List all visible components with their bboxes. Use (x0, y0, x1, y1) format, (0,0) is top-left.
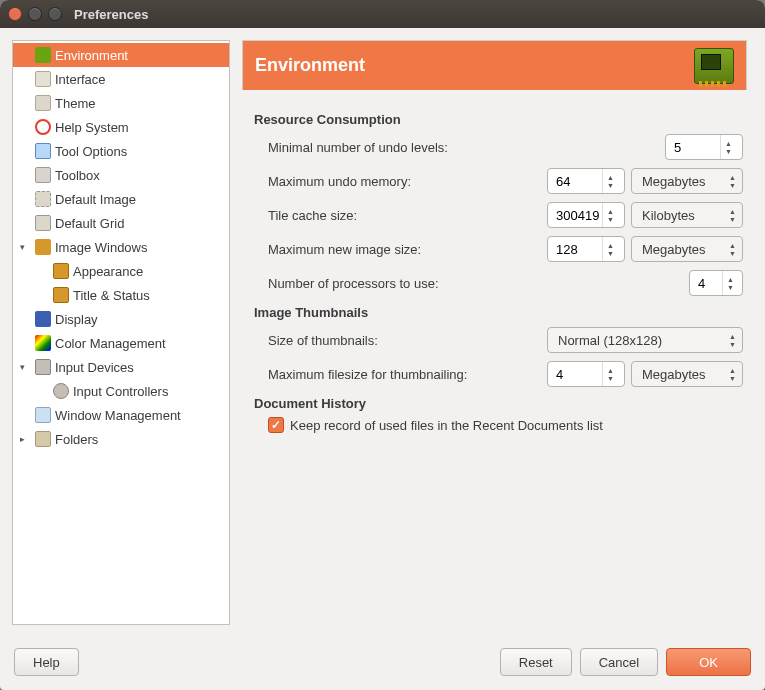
sidebar-item-label: Image Windows (55, 240, 147, 255)
spin-arrows-icon[interactable]: ▲▼ (602, 237, 618, 261)
environment-chip-icon (694, 48, 734, 84)
page-title: Environment (255, 55, 365, 76)
row-keep-history: ✓ Keep record of used files in the Recen… (268, 417, 743, 433)
input-undo-levels[interactable] (672, 139, 720, 156)
combo-tile-cache-unit[interactable]: Kilobytes ▲▼ (631, 202, 743, 228)
sidebar-item-display[interactable]: Display (13, 307, 229, 331)
label-keep-history: Keep record of used files in the Recent … (290, 418, 603, 433)
sidebar-item-appearance[interactable]: Appearance (13, 259, 229, 283)
sidebar-item-folders[interactable]: ▸Folders (13, 427, 229, 451)
row-undo-levels: Minimal number of undo levels: ▲▼ (268, 133, 743, 161)
label-tile-cache: Tile cache size: (268, 208, 547, 223)
checkbox-keep-history[interactable]: ✓ (268, 417, 284, 433)
content-panel: Environment Resource Consumption Minimal… (242, 40, 753, 625)
spin-arrows-icon[interactable]: ▲▼ (720, 135, 736, 159)
spin-arrows-icon[interactable]: ▲▼ (602, 362, 618, 386)
combo-text: Megabytes (642, 174, 706, 189)
chevron-updown-icon: ▲▼ (729, 208, 736, 223)
sidebar-item-image-windows[interactable]: ▾Image Windows (13, 235, 229, 259)
window-title: Preferences (74, 7, 148, 22)
color-management-icon (35, 335, 51, 351)
sidebar-item-window-management[interactable]: Window Management (13, 403, 229, 427)
combo-thumb-size[interactable]: Normal (128x128) ▲▼ (547, 327, 743, 353)
row-thumb-size: Size of thumbnails: Normal (128x128) ▲▼ (268, 326, 743, 354)
label-thumb-maxfile: Maximum filesize for thumbnailing: (268, 367, 547, 382)
label-thumb-size: Size of thumbnails: (268, 333, 547, 348)
combo-undo-memory-unit[interactable]: Megabytes ▲▼ (631, 168, 743, 194)
sidebar-item-label: Title & Status (73, 288, 150, 303)
sidebar-item-title-status[interactable]: Title & Status (13, 283, 229, 307)
sidebar-item-toolbox[interactable]: Toolbox (13, 163, 229, 187)
sidebar-item-environment[interactable]: Environment (13, 43, 229, 67)
default-grid-icon (35, 215, 51, 231)
window-management-icon (35, 407, 51, 423)
row-thumb-maxfile: Maximum filesize for thumbnailing: ▲▼ Me… (268, 360, 743, 388)
sidebar-item-help-system[interactable]: Help System (13, 115, 229, 139)
input-devices-icon (35, 359, 51, 375)
folders-icon (35, 431, 51, 447)
titlebar: Preferences (0, 0, 765, 28)
combo-text: Normal (128x128) (558, 333, 662, 348)
spin-processors[interactable]: ▲▼ (689, 270, 743, 296)
label-max-image: Maximum new image size: (268, 242, 547, 257)
sidebar-item-label: Folders (55, 432, 98, 447)
combo-text: Kilobytes (642, 208, 695, 223)
collapse-icon[interactable]: ▾ (17, 362, 27, 372)
sidebar-item-default-grid[interactable]: Default Grid (13, 211, 229, 235)
sidebar-item-label: Help System (55, 120, 129, 135)
combo-max-image-unit[interactable]: Megabytes ▲▼ (631, 236, 743, 262)
sidebar-item-label: Window Management (55, 408, 181, 423)
spin-undo-levels[interactable]: ▲▼ (665, 134, 743, 160)
appearance-icon (53, 263, 69, 279)
sidebar-item-tool-options[interactable]: Tool Options (13, 139, 229, 163)
input-tile-cache[interactable] (554, 207, 602, 224)
row-processors: Number of processors to use: ▲▼ (268, 269, 743, 297)
close-icon[interactable] (8, 7, 22, 21)
input-processors[interactable] (696, 275, 722, 292)
toolbox-icon (35, 167, 51, 183)
image-windows-icon (35, 239, 51, 255)
sidebar-item-theme[interactable]: Theme (13, 91, 229, 115)
combo-thumb-maxfile-unit[interactable]: Megabytes ▲▼ (631, 361, 743, 387)
sidebar-item-label: Input Devices (55, 360, 134, 375)
sidebar-item-interface[interactable]: Interface (13, 67, 229, 91)
sidebar-item-label: Theme (55, 96, 95, 111)
spin-max-image[interactable]: ▲▼ (547, 236, 625, 262)
reset-button[interactable]: Reset (500, 648, 572, 676)
expand-icon[interactable]: ▸ (17, 434, 27, 444)
input-controllers-icon (53, 383, 69, 399)
label-undo-memory: Maximum undo memory: (268, 174, 547, 189)
cancel-button[interactable]: Cancel (580, 648, 658, 676)
tool-options-icon (35, 143, 51, 159)
spin-arrows-icon[interactable]: ▲▼ (602, 203, 618, 227)
sidebar-item-default-image[interactable]: Default Image (13, 187, 229, 211)
chevron-updown-icon: ▲▼ (729, 174, 736, 189)
sidebar-item-input-controllers[interactable]: Input Controllers (13, 379, 229, 403)
combo-text: Megabytes (642, 242, 706, 257)
spin-arrows-icon[interactable]: ▲▼ (602, 169, 618, 193)
section-history-title: Document History (254, 396, 743, 411)
page-header: Environment (242, 40, 747, 90)
chevron-updown-icon: ▲▼ (729, 367, 736, 382)
default-image-icon (35, 191, 51, 207)
sidebar-item-label: Display (55, 312, 98, 327)
ok-button[interactable]: OK (666, 648, 751, 676)
environment-icon (35, 47, 51, 63)
spin-arrows-icon[interactable]: ▲▼ (722, 271, 738, 295)
input-max-image[interactable] (554, 241, 602, 258)
spin-thumb-maxfile[interactable]: ▲▼ (547, 361, 625, 387)
minimize-icon[interactable] (28, 7, 42, 21)
sidebar-item-input-devices[interactable]: ▾Input Devices (13, 355, 229, 379)
sidebar-item-label: Interface (55, 72, 106, 87)
title-status-icon (53, 287, 69, 303)
input-thumb-maxfile[interactable] (554, 366, 602, 383)
sidebar-item-color-management[interactable]: Color Management (13, 331, 229, 355)
combo-text: Megabytes (642, 367, 706, 382)
display-icon (35, 311, 51, 327)
help-button[interactable]: Help (14, 648, 79, 676)
spin-undo-memory[interactable]: ▲▼ (547, 168, 625, 194)
spin-tile-cache[interactable]: ▲▼ (547, 202, 625, 228)
input-undo-memory[interactable] (554, 173, 602, 190)
collapse-icon[interactable]: ▾ (17, 242, 27, 252)
maximize-icon[interactable] (48, 7, 62, 21)
